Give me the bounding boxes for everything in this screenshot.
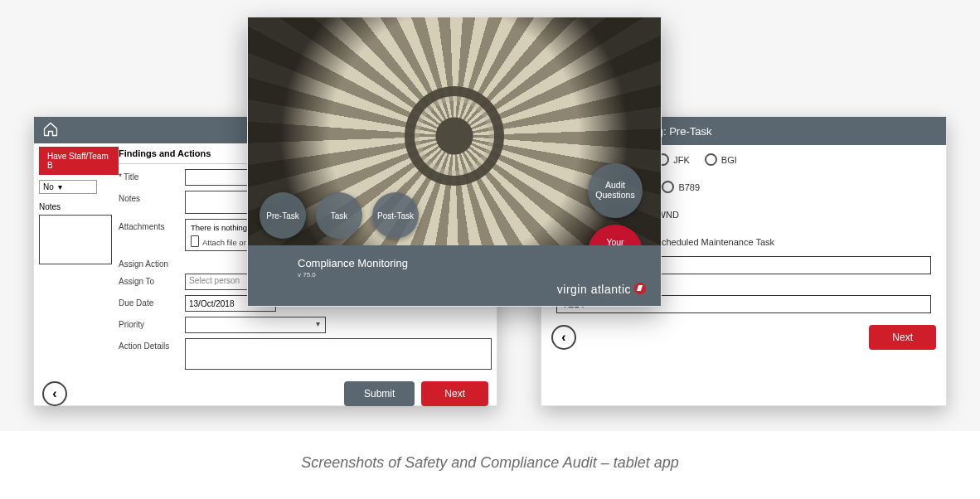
back-button-right[interactable]: ‹ xyxy=(551,325,576,350)
brand-logo: virgin atlantic xyxy=(557,283,646,296)
splash-version: v 75.0 xyxy=(298,271,646,279)
priority-select[interactable] xyxy=(185,317,326,333)
no-select[interactable]: No ▾ xyxy=(39,180,97,194)
task-button[interactable]: Task xyxy=(316,192,362,239)
home-icon[interactable] xyxy=(42,121,59,139)
assign-action-label: Assign Action xyxy=(119,259,168,269)
radio-option[interactable]: B789 xyxy=(662,181,700,193)
radio-option[interactable]: BGI xyxy=(705,153,737,166)
next-button-right[interactable]: Next xyxy=(869,325,936,350)
staff-banner: Have Staff/Team B xyxy=(39,147,119,175)
posttask-button[interactable]: Post-Task xyxy=(372,192,419,239)
priority-label: Priority xyxy=(119,320,144,329)
audit-questions-button[interactable]: Audit Questions xyxy=(588,163,643,218)
brand-icon xyxy=(634,283,646,294)
back-button[interactable]: ‹ xyxy=(42,381,67,406)
attachments-label: Attachments xyxy=(119,222,165,231)
title-label: Title xyxy=(124,172,139,182)
next-button-left[interactable]: Next xyxy=(421,381,488,406)
submit-button[interactable]: Submit xyxy=(344,381,415,406)
splash-title: Compliance Monitoring xyxy=(298,257,646,269)
splash-panel: Pre-Task Task Post-Task Audit Questions … xyxy=(247,17,662,307)
figure-caption: Screenshots of Safety and Compliance Aud… xyxy=(0,431,980,472)
action-details-label: Action Details xyxy=(119,342,169,351)
assign-to-label: Assign To xyxy=(119,277,154,286)
radio-option[interactable]: JFK xyxy=(657,153,690,166)
notes-label: Notes xyxy=(119,194,140,203)
pretask-button[interactable]: Pre-Task xyxy=(260,192,306,239)
splash-image: Pre-Task Task Post-Task Audit Questions … xyxy=(248,17,661,245)
sidebar-notes-input[interactable] xyxy=(39,215,112,264)
sidebar-notes-label: Notes xyxy=(39,202,109,211)
action-details-input[interactable] xyxy=(185,338,492,370)
due-date-label: Due Date xyxy=(119,298,153,308)
